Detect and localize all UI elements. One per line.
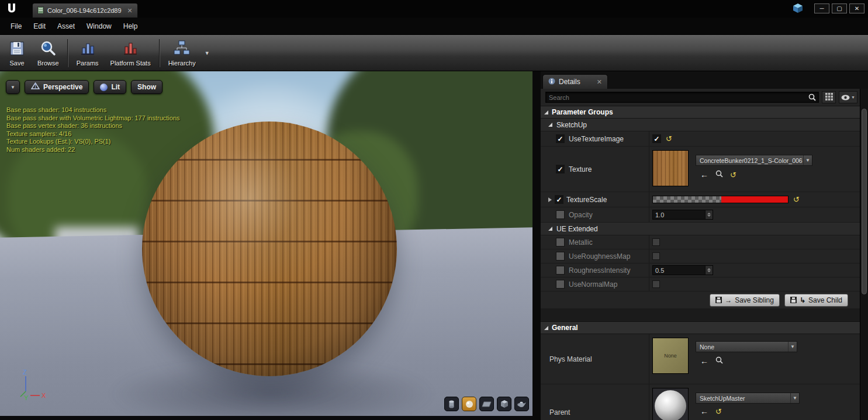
details-tab-close-icon[interactable]: ✕ [597,78,602,86]
use-roughness-map-value-checkbox[interactable] [652,252,660,260]
parent-use-selected-icon[interactable]: ← [700,407,708,415]
lit-button[interactable]: Lit [94,80,126,94]
menu-help[interactable]: Help [117,20,144,33]
viewport-options-button[interactable]: ▼ [6,80,20,94]
use-normal-map-value-checkbox[interactable] [652,280,660,288]
texture-use-selected-icon[interactable]: ← [700,171,708,179]
opacity-override-checkbox[interactable] [556,210,565,219]
section-gap [541,309,860,322]
roughness-intensity-input[interactable] [653,266,705,275]
use-texture-image-value-checkbox[interactable]: ✓ [652,134,661,143]
parent-dropdown[interactable]: SketchUpMaster ▼ [696,393,800,404]
platform-stats-button[interactable]: Platform Stats [105,37,157,70]
use-roughness-map-label: UseRoughnessMap [569,252,630,261]
phys-material-thumbnail[interactable]: None [652,338,689,374]
menu-window[interactable]: Window [81,20,117,33]
texture-browse-icon[interactable] [715,169,723,180]
texture-thumbnail[interactable] [652,150,689,186]
use-texture-image-reset-icon[interactable]: ↺ [666,135,672,143]
menu-asset[interactable]: Asset [51,20,81,33]
chevron-down-icon: ▼ [790,393,799,403]
asset-tab-close-icon[interactable]: ✕ [127,7,133,15]
search-box[interactable] [545,92,819,103]
close-button[interactable]: ✕ [849,4,864,13]
details-body: Parameter Groups SketchUp ✓ UseTextureIm… [541,106,860,420]
chevron-down-icon: ▼ [788,342,797,352]
menu-edit[interactable]: Edit [27,20,51,33]
unreal-material-instance-editor: Color_006-L94c612c2d89 ✕ ─ ▢ ✕ File Edit… [0,0,868,420]
texture-scale-label: TextureScale [566,196,607,204]
stat-line: Base pass shader with Volumetric Lightma… [6,114,180,123]
params-button[interactable]: Params [71,37,105,70]
texture-scale-bar[interactable] [652,196,789,203]
metallic-value-checkbox[interactable] [652,238,660,246]
shader-stats: Base pass shader: 104 instructions Base … [6,106,180,154]
cube-shape-button[interactable] [497,397,511,411]
teapot-shape-button[interactable] [514,397,529,411]
visibility-filter-button[interactable]: ▼ [839,91,857,103]
texture-scale-reset-icon[interactable]: ↺ [793,196,800,203]
sphere-shape-button[interactable] [462,397,476,411]
general-header[interactable]: General [541,322,860,334]
texture-scale-override-checkbox[interactable]: ✓ [555,195,563,204]
phys-material-browse-icon[interactable] [715,356,723,366]
maximize-button[interactable]: ▢ [832,4,847,13]
show-button[interactable]: Show [131,80,162,94]
menu-file[interactable]: File [5,20,27,33]
details-search-row: ▼ [541,89,868,106]
texture-scale-expander-icon[interactable] [548,197,552,202]
texture-override-checkbox[interactable]: ✓ [556,165,565,173]
category-sketchup[interactable]: SketchUp [541,119,860,131]
tab-details[interactable]: Details ✕ [542,74,608,89]
minimize-button[interactable]: ─ [814,4,829,13]
package-icon [792,2,804,16]
opacity-input[interactable] [653,210,705,219]
roughness-intensity-spinbox[interactable] [652,265,713,275]
texture-reset-icon[interactable]: ↺ [730,171,736,179]
arrow-down-icon: ↳ [800,296,805,304]
save-button[interactable]: Save [2,37,32,70]
asset-tab-icon [37,6,44,15]
metallic-label: Metallic [569,238,593,247]
opacity-label: Opacity [569,211,593,219]
cylinder-shape-button[interactable] [444,397,459,411]
phys-material-dropdown[interactable]: None ▼ [696,341,797,352]
use-texture-image-override-checkbox[interactable]: ✓ [556,134,565,143]
unreal-logo-icon [5,2,19,18]
texture-scale-red-fill [721,196,788,203]
asset-document-tab[interactable]: Color_006-L94c612c2d89 ✕ [32,3,138,18]
property-matrix-button[interactable] [822,91,836,103]
browse-button[interactable]: Browse [32,37,65,70]
parent-reset-icon[interactable]: ↺ [715,408,722,415]
preview-viewport[interactable]: ▼ Perspective Lit Show Base pass shader:… [0,71,532,416]
details-scrollbar[interactable] [860,89,868,420]
cube-icon [500,400,509,409]
row-use-texture-image: ✓ UseTextureImage ✓ ↺ [541,131,860,147]
parent-thumbnail[interactable] [652,388,689,420]
save-child-button[interactable]: ↳ Save Child [784,294,848,307]
stat-line: Texture samplers: 4/16 [6,130,180,138]
details-panel: Details ✕ ▼ [541,71,868,420]
hierarchy-dropdown-icon[interactable]: ▼ [202,50,213,56]
spinner-arrows-icon[interactable] [705,210,713,219]
texture-asset-dropdown[interactable]: ConcreteBunker0212_1_S-Color_006 ▼ [696,155,812,166]
spinner-arrows-icon[interactable] [705,266,713,275]
category-ue-extended[interactable]: UE Extended [541,223,860,235]
platform-stats-icon [122,40,139,58]
use-roughness-map-override-checkbox[interactable] [556,252,565,261]
use-normal-map-override-checkbox[interactable] [556,280,565,289]
search-input[interactable] [546,94,806,101]
hierarchy-button[interactable]: Hierarchy [162,39,202,68]
search-icon [806,93,818,101]
parameter-groups-header[interactable]: Parameter Groups [541,106,860,119]
roughness-intensity-override-checkbox[interactable] [556,266,565,275]
metallic-override-checkbox[interactable] [556,238,565,247]
phys-material-use-selected-icon[interactable]: ← [700,357,708,365]
scrollbar-thumb[interactable] [862,109,867,294]
axis-gizmo: Z Y X [18,367,58,403]
opacity-spinbox[interactable] [652,210,713,220]
save-sibling-button[interactable]: → Save Sibling [710,294,780,307]
row-texture: ✓ Texture ConcreteBunker0212_1_S-Color_0… [541,147,860,192]
perspective-button[interactable]: Perspective [25,80,89,94]
plane-shape-button[interactable] [479,397,494,411]
